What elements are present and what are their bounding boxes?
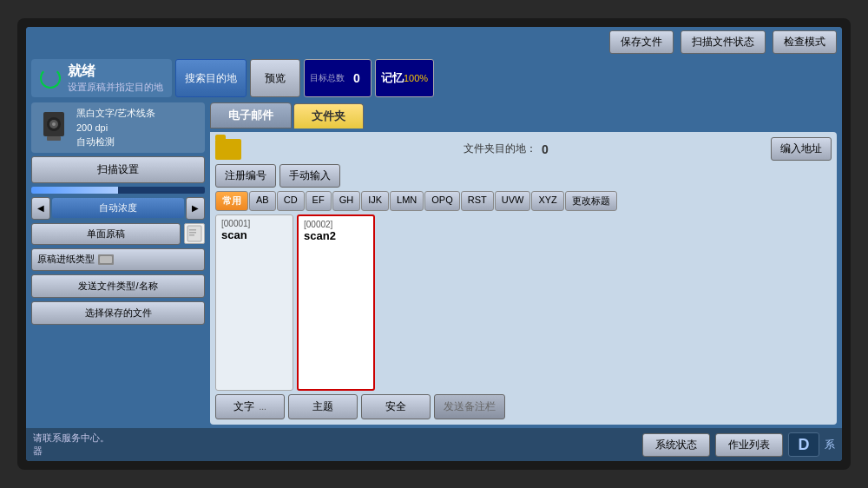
alpha-tab-XYZ[interactable]: XYZ [531, 191, 563, 211]
target-count-value: 0 [348, 71, 365, 85]
target-count-box: 目标总数 0 [304, 59, 372, 97]
enter-addr-button[interactable]: 编入地址 [771, 137, 832, 161]
left-panel: 黑白文字/艺术线条 200 dpi 自动检测 扫描设置 ◀ 自动浓度 ▶ 单面原… [31, 102, 205, 425]
search-dest-button[interactable]: 搜索目的地 [175, 59, 247, 97]
sys-label: 系 [825, 438, 835, 452]
folder-panel: 文件夹目的地： 0 编入地址 注册编号 手动输入 常用 [210, 132, 837, 425]
bottom-action-row: 文字 ... 主题 安全 发送备注栏 [215, 394, 832, 419]
folder-icon-area [215, 139, 241, 160]
spinner-icon [40, 68, 61, 89]
printer-icon [36, 112, 71, 142]
auto-density-row: ◀ 自动浓度 ▶ [31, 197, 205, 220]
paper-icon [98, 253, 115, 267]
check-mode-button[interactable]: 检查模式 [773, 30, 837, 54]
alpha-tab-GH[interactable]: GH [332, 191, 361, 211]
alpha-tab-RST[interactable]: RST [461, 191, 494, 211]
status-row: 就绪 设置原稿并指定目的地 搜索目的地 预览 目标总数 0 记忆 100% [26, 57, 842, 99]
alpha-tab-UVW[interactable]: UVW [495, 191, 531, 211]
send-addr-button[interactable]: 发送备注栏 [434, 394, 505, 419]
subject-button[interactable]: 主题 [288, 394, 358, 419]
tab-email[interactable]: 电子邮件 [210, 102, 292, 129]
memory-box: 记忆 100% [375, 59, 434, 97]
manual-input-button[interactable]: 手动输入 [279, 164, 340, 188]
svg-rect-5 [187, 226, 201, 241]
svg-point-3 [52, 122, 56, 126]
alpha-tabs: 常用 AB CD EF GH [215, 191, 832, 211]
progress-fill [31, 187, 118, 194]
text-button[interactable]: 文字 ... [215, 394, 285, 419]
folder-dest-info: 文件夹目的地： 0 [464, 142, 549, 156]
text-dots: ... [260, 402, 266, 412]
memory-value: 100% [404, 73, 428, 83]
doc-icon [184, 223, 205, 244]
memory-label: 记忆 [381, 70, 404, 86]
alpha-tab-EF[interactable]: EF [306, 191, 332, 211]
status-text-group: 就绪 设置原稿并指定目的地 [68, 63, 163, 94]
svg-rect-8 [189, 234, 194, 236]
tab-folder-label: 文件夹 [312, 109, 345, 122]
printer-info: 黑白文字/艺术线条 200 dpi 自动检测 [76, 106, 155, 149]
alpha-tab-RST-label: RST [468, 195, 487, 205]
alpha-tab-OPQ[interactable]: OPQ [424, 191, 459, 211]
save-file-top-button[interactable]: 保存文件 [609, 30, 674, 54]
alpha-tab-common-label: 常用 [222, 195, 241, 206]
send-type-button[interactable]: 发送文件类型/名称 [31, 274, 205, 298]
tabs-row: 电子邮件 文件夹 [210, 102, 837, 129]
alpha-tab-CD[interactable]: CD [277, 191, 305, 211]
alpha-tab-change-title[interactable]: 更改标题 [565, 191, 617, 211]
outer-frame: 保存文件 扫描文件状态 检查模式 就绪 设置原稿并指定目的地 搜索目的地 预览 … [17, 18, 851, 470]
target-count-label: 目标总数 [310, 72, 345, 84]
top-bar-buttons: 保存文件 扫描文件状态 检查模式 [606, 30, 837, 54]
screen: 保存文件 扫描文件状态 检查模式 就绪 设置原稿并指定目的地 搜索目的地 预览 … [26, 27, 842, 461]
alpha-tab-EF-label: EF [312, 195, 325, 205]
bottom-bar: 请联系服务中心。 器 系统状态 作业列表 D 系 [26, 428, 842, 461]
sys-status-button[interactable]: 系统状态 [642, 433, 710, 457]
register-num-button[interactable]: 注册编号 [215, 164, 276, 188]
paper-type-label: 原稿进纸类型 [37, 253, 95, 266]
paper-type-button[interactable]: 原稿进纸类型 [31, 248, 205, 271]
alpha-tab-IJK-label: IJK [368, 195, 382, 205]
alpha-tab-CD-label: CD [284, 195, 298, 205]
right-panel: 电子邮件 文件夹 文件夹目的地： 0 [210, 102, 837, 425]
svg-rect-6 [189, 229, 196, 231]
text-label: 文字 [233, 400, 254, 412]
entries-grid: [00001] scan [00002] scan2 [215, 214, 832, 391]
folder-icon [215, 139, 241, 160]
status-title: 就绪 [68, 63, 163, 81]
entry-num-2: [00002] [304, 220, 368, 229]
svg-rect-7 [189, 232, 196, 234]
job-list-button[interactable]: 作业列表 [715, 433, 783, 457]
alpha-tab-LMN-label: LMN [397, 195, 417, 205]
entry-card-2[interactable]: [00002] scan2 [297, 214, 375, 391]
main-content: 黑白文字/艺术线条 200 dpi 自动检测 扫描设置 ◀ 自动浓度 ▶ 单面原… [26, 99, 842, 428]
security-button[interactable]: 安全 [361, 394, 431, 419]
entry-card-1[interactable]: [00001] scan [215, 214, 293, 391]
svg-rect-10 [100, 256, 112, 263]
alpha-tab-AB-label: AB [256, 195, 269, 205]
alpha-tab-common[interactable]: 常用 [215, 191, 248, 211]
alpha-tab-OPQ-label: OPQ [431, 195, 452, 205]
alpha-tab-UVW-label: UVW [502, 195, 524, 205]
density-label: 自动浓度 [52, 198, 184, 218]
folder-dest-label: 文件夹目的地： [464, 142, 536, 156]
scan-status-button[interactable]: 扫描文件状态 [681, 30, 766, 54]
entry-name-1: scan [221, 228, 287, 241]
scan-settings-button[interactable]: 扫描设置 [31, 156, 205, 183]
save-file-button[interactable]: 选择保存的文件 [31, 301, 205, 325]
density-left-arrow[interactable]: ◀ [31, 197, 50, 220]
folder-dest-count: 0 [542, 142, 549, 156]
tab-email-label: 电子邮件 [228, 109, 273, 122]
alpha-tab-IJK[interactable]: IJK [361, 191, 389, 211]
single-side-row: 单面原稿 [31, 223, 205, 245]
alpha-tab-XYZ-label: XYZ [538, 195, 556, 205]
tab-folder[interactable]: 文件夹 [293, 103, 364, 129]
entry-num-1: [00001] [221, 219, 287, 228]
alpha-tab-AB[interactable]: AB [249, 191, 276, 211]
alpha-tab-LMN[interactable]: LMN [390, 191, 424, 211]
progress-bar [31, 187, 205, 194]
single-side-button[interactable]: 单面原稿 [31, 223, 181, 245]
folder-header: 文件夹目的地： 0 编入地址 [215, 137, 832, 161]
density-right-arrow[interactable]: ▶ [186, 197, 205, 220]
printer-icon-area: 黑白文字/艺术线条 200 dpi 自动检测 [31, 102, 205, 153]
preview-button[interactable]: 预览 [250, 59, 300, 97]
